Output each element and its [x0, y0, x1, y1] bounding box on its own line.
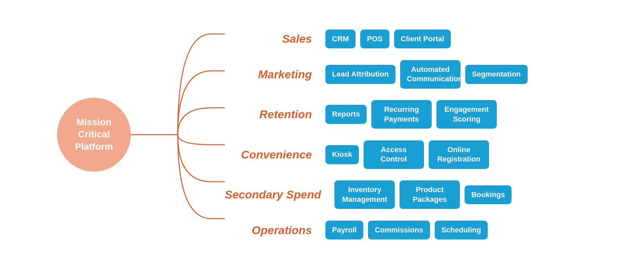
category-operations: Operations — [225, 224, 319, 237]
convenience-tags: Kiosk Access Control Online Registration — [325, 140, 489, 169]
right-content: Sales CRM POS Client Portal Marketing Le… — [225, 14, 528, 256]
tag-access-control: Access Control — [364, 140, 424, 169]
sales-tags: CRM POS Client Portal — [325, 30, 451, 49]
marketing-tags: Lead Attribution Automated Communication… — [325, 60, 528, 89]
tag-pos: POS — [360, 30, 389, 49]
tag-client-portal: Client Portal — [394, 30, 451, 49]
category-retention: Retention — [225, 108, 319, 121]
center-circle: MissionCriticalPlatform — [57, 98, 131, 172]
category-marketing: Marketing — [225, 68, 319, 81]
retention-tags: Reports Recurring Payments Engagement Sc… — [325, 100, 497, 129]
operations-row: Operations Payroll Commissions Schedulin… — [225, 221, 528, 240]
tag-recurring-payments: Recurring Payments — [371, 100, 432, 129]
tag-automated-communication: Automated Communication — [400, 60, 461, 89]
tag-crm: CRM — [325, 30, 356, 49]
diagram-container: MissionCriticalPlatform Sales — [37, 14, 607, 256]
marketing-row: Marketing Lead Attribution Automated Com… — [225, 60, 528, 89]
circle-label: MissionCriticalPlatform — [75, 116, 113, 153]
secondary-spend-tags: Inventory Management Product Packages Bo… — [334, 180, 512, 209]
retention-row: Retention Reports Recurring Payments Eng… — [225, 100, 528, 129]
sales-row: Sales CRM POS Client Portal — [225, 30, 528, 49]
convenience-row: Convenience Kiosk Access Control Online … — [225, 140, 528, 169]
tag-product-packages: Product Packages — [399, 180, 460, 209]
category-secondary-spend: Secondary Spend — [225, 188, 328, 201]
tag-online-registration: Online Registration — [429, 140, 489, 169]
tag-scheduling: Scheduling — [435, 221, 488, 240]
tag-commissions: Commissions — [368, 221, 430, 240]
tag-reports: Reports — [325, 105, 367, 124]
secondary-spend-row: Secondary Spend Inventory Management Pro… — [225, 180, 528, 209]
tag-payroll: Payroll — [325, 221, 363, 240]
tag-engagement-scoring: Engagement Scoring — [436, 100, 497, 129]
tag-inventory-management: Inventory Management — [334, 180, 395, 209]
tag-kiosk: Kiosk — [325, 145, 359, 164]
operations-tags: Payroll Commissions Scheduling — [325, 221, 488, 240]
tag-bookings: Bookings — [465, 185, 512, 205]
tag-lead-attribution: Lead Attribution — [325, 65, 395, 84]
tag-segmentation: Segmentation — [465, 65, 527, 84]
category-sales: Sales — [225, 32, 319, 45]
category-convenience: Convenience — [225, 148, 319, 161]
